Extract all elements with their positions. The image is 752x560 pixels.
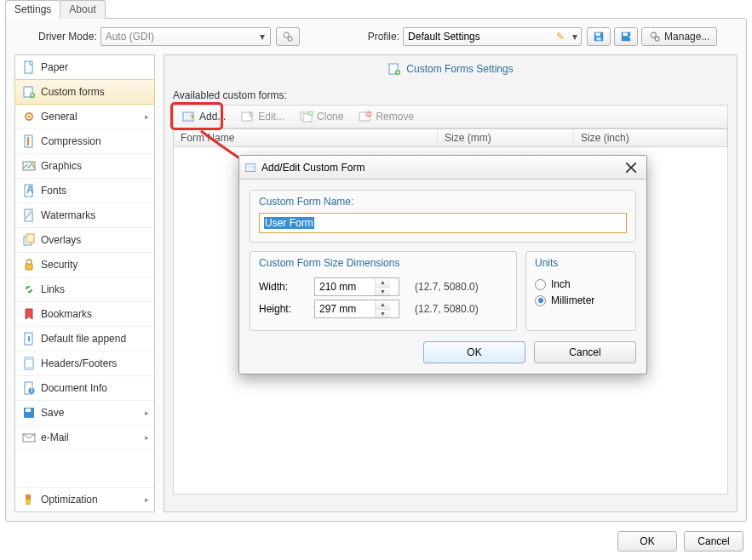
form-add-icon xyxy=(182,110,196,123)
disk-icon xyxy=(22,406,36,420)
brush-icon xyxy=(22,493,36,506)
col-size-inch[interactable]: Size (inch) xyxy=(574,129,727,146)
edit-label: Edit... xyxy=(258,111,284,123)
driver-mode-combo[interactable]: ▾ xyxy=(100,27,271,46)
svg-rect-26 xyxy=(25,357,33,360)
sidebar-item-compression[interactable]: Compression xyxy=(15,129,154,154)
sidebar-item-overlays[interactable]: Overlays xyxy=(15,228,154,253)
sidebar-item-general[interactable]: General▸ xyxy=(15,105,154,129)
save-profile-as-button[interactable]: + xyxy=(614,27,638,46)
bookmark-icon xyxy=(22,307,36,321)
add-edit-custom-form-dialog: Add/Edit Custom Form Custom Form Name: U… xyxy=(238,155,647,374)
dialog-cancel-button[interactable]: Cancel xyxy=(534,341,636,363)
unit-inch-radio[interactable]: Inch xyxy=(535,278,627,290)
radio-checked-icon xyxy=(535,295,546,306)
unit-inch-label: Inch xyxy=(551,278,571,290)
sidebar-item-graphics[interactable]: Graphics xyxy=(15,154,154,179)
driver-mode-label: Driver Mode: xyxy=(38,31,97,43)
svg-rect-34 xyxy=(26,494,31,500)
sidebar-item-document-info[interactable]: iDocument Info xyxy=(15,376,154,401)
sidebar-item-label: Overlays xyxy=(41,234,81,246)
svg-rect-4 xyxy=(596,37,600,41)
sidebar-item-fonts[interactable]: AFonts xyxy=(15,179,154,203)
unit-mm-radio[interactable]: Millimeter xyxy=(535,294,627,306)
disk-icon xyxy=(593,31,605,43)
sidebar-item-save[interactable]: Save▸ xyxy=(15,401,154,426)
spin-up[interactable]: ▲ xyxy=(376,278,390,287)
sidebar-item-label: Headers/Footers xyxy=(41,357,117,369)
sidebar-item-security[interactable]: Security xyxy=(15,253,154,277)
svg-point-0 xyxy=(284,32,289,37)
dialog-titlebar[interactable]: Add/Edit Custom Form xyxy=(239,156,646,180)
form-plus-icon xyxy=(387,62,401,76)
add-button[interactable]: Add... xyxy=(177,108,231,125)
tab-about[interactable]: About xyxy=(60,0,105,19)
sidebar-item-default-file-append[interactable]: Default file append xyxy=(15,327,154,351)
email-icon xyxy=(22,431,36,444)
sidebar-item-paper[interactable]: Paper xyxy=(15,55,154,80)
radio-icon xyxy=(535,279,546,290)
svg-text:+: + xyxy=(629,31,632,42)
height-input[interactable] xyxy=(315,300,375,317)
svg-rect-45 xyxy=(246,163,255,171)
edit-button[interactable]: Edit... xyxy=(236,108,290,125)
spin-down[interactable]: ▼ xyxy=(376,309,390,318)
width-label: Width: xyxy=(259,281,306,293)
clone-button[interactable]: Clone xyxy=(295,108,348,125)
profile-combo[interactable]: ✎ ▾ xyxy=(403,27,582,46)
cancel-button[interactable]: Cancel xyxy=(684,531,743,551)
svg-rect-22 xyxy=(26,234,34,243)
ok-button[interactable]: OK xyxy=(617,531,677,551)
sidebar: Paper Custom forms General▸ Compression … xyxy=(14,54,155,512)
svg-point-14 xyxy=(28,116,31,118)
svg-text:A: A xyxy=(26,184,34,196)
manage-button[interactable]: Manage... xyxy=(641,27,717,46)
sidebar-item-email[interactable]: e-Mail▸ xyxy=(15,426,154,450)
available-forms-label: Availabled custom forms: xyxy=(173,89,287,101)
sidebar-item-label: General xyxy=(41,111,77,123)
width-range: (12.7, 5080.0) xyxy=(415,281,496,293)
spin-down[interactable]: ▼ xyxy=(376,287,390,296)
sidebar-item-custom-forms[interactable]: Custom forms xyxy=(14,79,155,105)
col-size-mm[interactable]: Size (mm) xyxy=(438,129,574,146)
form-remove-icon xyxy=(359,110,372,123)
sidebar-item-bookmarks[interactable]: Bookmarks xyxy=(15,302,154,327)
watermark-icon xyxy=(22,209,36,222)
save-profile-button[interactable] xyxy=(587,27,611,46)
profile-value[interactable] xyxy=(404,28,553,45)
tab-settings[interactable]: Settings xyxy=(5,0,60,19)
sidebar-item-label: Custom forms xyxy=(41,86,105,98)
sidebar-item-links[interactable]: Links xyxy=(15,277,154,302)
height-spinner[interactable]: ▲▼ xyxy=(314,300,399,318)
sidebar-item-label: Links xyxy=(41,283,65,295)
driver-mode-value[interactable] xyxy=(101,28,256,45)
sidebar-item-headers-footers[interactable]: Headers/Footers xyxy=(15,351,154,376)
form-plus-icon xyxy=(22,85,36,99)
svg-rect-23 xyxy=(26,264,32,270)
remove-button[interactable]: Remove xyxy=(353,108,419,125)
dialog-ok-button[interactable]: OK xyxy=(423,341,525,363)
svg-rect-32 xyxy=(26,409,31,412)
forms-toolbar: Add... Edit... Clone Remove xyxy=(173,105,728,129)
svg-rect-44 xyxy=(367,113,370,114)
sidebar-item-optimization[interactable]: Optimization▸ xyxy=(15,487,154,511)
col-form-name[interactable]: Form Name xyxy=(174,129,438,146)
driver-mode-settings-button[interactable] xyxy=(276,27,300,46)
sidebar-item-label: Bookmarks xyxy=(41,308,92,320)
svg-point-8 xyxy=(651,32,656,37)
page-title: Custom Forms Settings xyxy=(164,62,737,76)
width-input[interactable] xyxy=(315,278,375,295)
sidebar-item-label: Security xyxy=(41,259,77,271)
sidebar-item-label: Save xyxy=(41,407,64,419)
close-icon xyxy=(625,162,637,174)
spin-up[interactable]: ▲ xyxy=(376,300,390,309)
sidebar-item-watermarks[interactable]: Watermarks xyxy=(15,203,154,228)
custom-form-name-input[interactable]: User Form xyxy=(259,213,627,233)
svg-rect-3 xyxy=(596,33,600,37)
forms-table-header: Form Name Size (mm) Size (inch) xyxy=(173,129,728,147)
width-spinner[interactable]: ▲▼ xyxy=(314,277,399,296)
dimensions-group: Custom Form Size Dimensions Width: ▲▼ (1… xyxy=(250,251,517,331)
svg-rect-27 xyxy=(25,367,33,369)
sidebar-item-label: Watermarks xyxy=(41,209,95,221)
close-button[interactable] xyxy=(621,159,641,176)
